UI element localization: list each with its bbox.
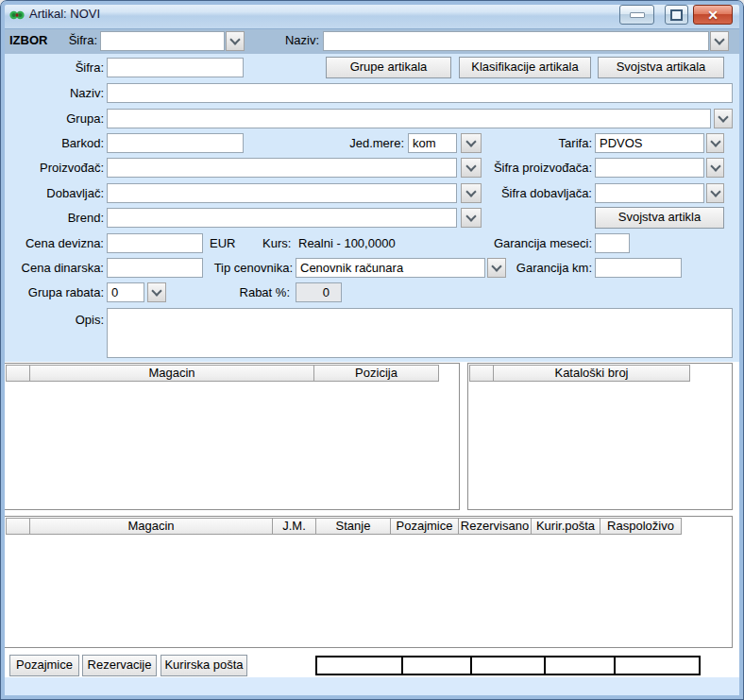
jm-column-header[interactable]: J.M. — [272, 518, 316, 535]
svojstva-artikala-button[interactable]: Svojstva artikala — [598, 57, 724, 78]
tarifa-combo-input[interactable] — [595, 133, 704, 153]
naziv-input[interactable] — [107, 83, 733, 103]
tip-cenovnika-label: Tip cenovnika: — [203, 259, 293, 278]
total-raspolozivo-cell — [614, 656, 701, 675]
cena-devizna-label: Cena devizna: — [5, 234, 104, 253]
rezervisano-column-header[interactable]: Rezervisano — [458, 518, 532, 535]
rabat-procenat-label: Rabat %: — [222, 283, 290, 302]
proizvodjac-combo-input[interactable] — [107, 158, 457, 178]
barkod-input[interactable] — [107, 133, 244, 153]
chevron-down-icon — [710, 186, 720, 196]
izbor-sifra-combo-input[interactable] — [100, 31, 225, 51]
rezervacije-button[interactable]: Rezervacije — [82, 655, 157, 676]
cena-dinarska-label: Cena dinarska: — [5, 259, 104, 278]
chevron-down-icon — [718, 111, 728, 122]
jed-mere-combo-dropdown[interactable] — [461, 133, 482, 153]
jed-mere-label: Jed.mere: — [321, 134, 404, 153]
izbor-sifra-combo-dropdown[interactable] — [226, 31, 245, 51]
total-stanje-cell — [315, 656, 403, 675]
sifra-dobavljaca-combo-dropdown[interactable] — [706, 183, 724, 203]
opis-textarea[interactable] — [107, 308, 733, 358]
brend-combo-dropdown[interactable] — [461, 208, 482, 228]
row-marker-header — [6, 365, 30, 382]
sifra-input[interactable] — [107, 58, 244, 77]
kurirska-posta-button[interactable]: Kurirska pošta — [161, 655, 247, 676]
titlebar[interactable]: Artikal: NOVI ✕ — [1, 1, 743, 29]
cena-dinarska-input[interactable] — [107, 258, 203, 278]
total-rezervisano-cell — [470, 656, 546, 675]
izbor-naziv-combo-input[interactable] — [323, 31, 709, 51]
kataloski-broj-table: Kataloški broj — [467, 363, 733, 510]
proizvodjac-label: Proizvođač: — [5, 159, 104, 178]
chevron-down-icon — [714, 34, 724, 44]
svojstva-artikla-button[interactable]: Svojstva artikla — [595, 207, 724, 229]
pozicija-column-header[interactable]: Pozicija — [313, 365, 439, 382]
tarifa-label: Tarifa: — [510, 134, 592, 153]
sifra-proizvodjaca-label: Šifra proizvođača: — [453, 159, 592, 178]
chevron-down-icon — [710, 136, 720, 146]
stanje-table-header: Magacin J.M. Stanje Pozajmice Rezervisan… — [5, 517, 732, 535]
currency-label: EUR — [210, 234, 247, 253]
izbor-naziv-label: Naziv: — [264, 31, 319, 50]
magacin-column-header[interactable]: Magacin — [29, 365, 314, 382]
grupa-rabata-combo-dropdown[interactable] — [147, 282, 166, 302]
dobavljac-combo-input[interactable] — [107, 183, 457, 203]
magacin-pozicija-header: Magacin Pozicija — [5, 364, 459, 382]
magacin-pozicija-table: Magacin Pozicija — [4, 363, 460, 510]
garancija-km-label: Garancija km: — [472, 259, 592, 278]
sifra-label: Šifra: — [5, 59, 104, 77]
izbor-naziv-combo-dropdown[interactable] — [710, 31, 729, 51]
total-kurir-posta-cell — [544, 656, 616, 675]
pozajmice-column-header[interactable]: Pozajmice — [390, 518, 459, 535]
window-title: Artikal: NOVI — [29, 7, 100, 21]
close-button[interactable]: ✕ — [693, 5, 733, 25]
kurir-posta-column-header[interactable]: Kurir.pošta — [531, 518, 600, 535]
minimize-button[interactable] — [619, 5, 654, 25]
stanje-column-header[interactable]: Stanje — [315, 518, 391, 535]
kurs-label: Kurs: — [262, 234, 300, 253]
grupa-combo-input[interactable] — [107, 109, 711, 128]
pozajmice-button[interactable]: Pozajmice — [9, 655, 79, 676]
cena-devizna-input[interactable] — [107, 233, 203, 253]
dobavljac-label: Dobavljač: — [5, 184, 104, 203]
grupa-combo-dropdown[interactable] — [714, 109, 733, 128]
garancija-km-input[interactable] — [595, 258, 682, 278]
app-icon — [9, 8, 25, 23]
grupa-rabata-combo-input[interactable] — [107, 282, 144, 302]
row-marker-header — [469, 365, 494, 382]
naziv-label: Naziv: — [5, 84, 104, 103]
grupa-label: Grupa: — [5, 110, 104, 128]
window-border-bottom — [0, 695, 744, 700]
sifra-proizvodjaca-combo-dropdown[interactable] — [706, 158, 724, 178]
garancija-meseci-input[interactable] — [595, 233, 630, 253]
close-icon: ✕ — [707, 9, 719, 22]
brend-combo-input[interactable] — [107, 208, 457, 228]
chevron-down-icon — [229, 34, 240, 44]
opis-label: Opis: — [5, 311, 104, 330]
raspolozivo-column-header[interactable]: Raspoloživo — [600, 518, 682, 535]
klasifikacije-artikala-button[interactable]: Klasifikacije artikala — [459, 57, 591, 78]
magacin-column-header[interactable]: Magacin — [29, 518, 273, 535]
chevron-down-icon — [465, 211, 476, 221]
bottom-strip — [4, 677, 740, 695]
tarifa-combo-dropdown[interactable] — [706, 133, 724, 153]
maximize-button[interactable] — [665, 5, 688, 25]
chevron-down-icon — [710, 161, 720, 171]
chevron-down-icon — [465, 136, 476, 146]
jed-mere-combo-input[interactable] — [408, 133, 457, 153]
sifra-dobavljaca-label: Šifra dobavljača: — [453, 184, 592, 203]
tip-cenovnika-combo-input[interactable] — [296, 258, 485, 278]
sifra-proizvodjaca-combo-input[interactable] — [595, 158, 704, 178]
sifra-dobavljaca-combo-input[interactable] — [595, 183, 704, 203]
maximize-icon — [670, 9, 683, 21]
kataloski-broj-column-header[interactable]: Kataloški broj — [493, 365, 690, 382]
grupe-artikala-button[interactable]: Grupe artikala — [326, 57, 451, 78]
brend-label: Brend: — [5, 209, 104, 228]
kataloski-broj-header: Kataloški broj — [468, 364, 732, 382]
rabat-procenat-value — [296, 282, 342, 302]
grupa-rabata-label: Grupa rabata: — [5, 283, 104, 302]
chevron-down-icon — [151, 285, 161, 296]
row-marker-header — [6, 518, 30, 535]
kurs-value: Realni - 100,0000 — [298, 234, 421, 253]
izbor-sifra-label: Šifra: — [38, 31, 97, 50]
